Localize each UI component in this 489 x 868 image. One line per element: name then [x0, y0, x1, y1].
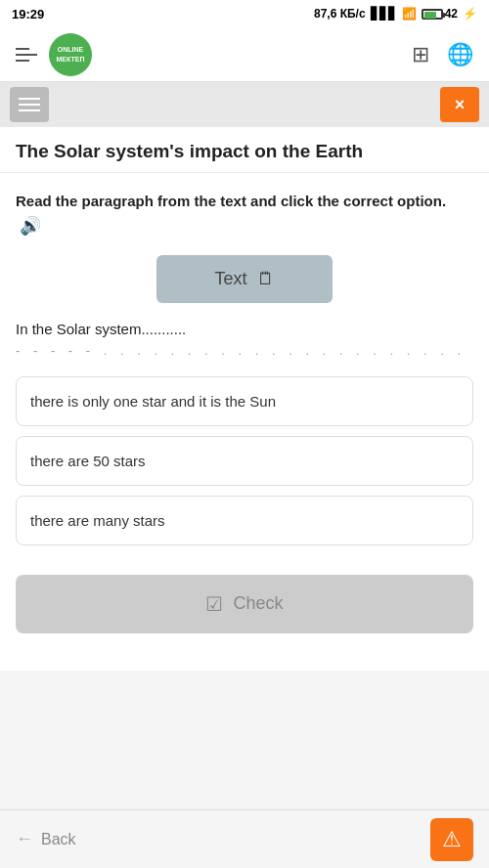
text-button[interactable]: Text 🗒 — [156, 255, 333, 303]
logo[interactable]: ONLINE МЕКТЕП — [49, 33, 92, 76]
document-icon: 🗒 — [257, 269, 275, 289]
check-button-label: Check — [233, 593, 283, 614]
dotted-line: - - - - - . . . . . . . . . . . . . . . … — [16, 343, 473, 357]
back-button-label: Back — [41, 831, 76, 848]
status-bar: 19:29 87,6 КБ/с ▋▋▋ 📶 42 ⚡ — [0, 0, 489, 27]
signal-icon: ▋▋▋ — [371, 7, 397, 21]
battery-indicator: 42 — [422, 7, 458, 21]
status-time: 19:29 — [12, 7, 44, 22]
nav-left: ONLINE МЕКТЕП — [16, 33, 92, 76]
close-button[interactable]: × — [440, 87, 479, 122]
close-icon: × — [455, 95, 466, 115]
battery-percent: 42 — [445, 7, 458, 21]
grid-icon[interactable]: ⊞ — [412, 42, 429, 67]
globe-icon[interactable]: 🌐 — [447, 42, 473, 67]
menu-button[interactable] — [10, 87, 49, 122]
check-button[interactable]: ☑ Check — [16, 575, 473, 633]
battery-box — [422, 9, 443, 20]
wifi-icon: 📶 — [402, 7, 417, 21]
check-button-wrap: ☑ Check — [16, 575, 473, 633]
back-button[interactable]: ← Back — [16, 829, 76, 849]
main-content: Read the paragraph from the text and cli… — [0, 173, 489, 671]
bottom-nav: ← Back ⚠ — [0, 809, 489, 868]
sentence-text: In the Solar system........... — [16, 321, 473, 337]
option-item-2[interactable]: there are 50 stars — [16, 436, 473, 486]
toolbar-strip: × — [0, 82, 489, 127]
back-arrow-icon: ← — [16, 829, 33, 849]
dotted-line-content: - - - - - . . . . . . . . . . . . . . . … — [16, 343, 473, 357]
sound-icon[interactable]: 🔊 — [20, 213, 41, 239]
warning-icon: ⚠ — [442, 827, 462, 852]
top-nav: ONLINE МЕКТЕП ⊞ 🌐 — [0, 27, 489, 82]
option-item-1[interactable]: there is only one star and it is the Sun — [16, 376, 473, 426]
option-item-3[interactable]: there are many stars — [16, 496, 473, 545]
charging-icon: ⚡ — [463, 7, 477, 21]
warning-button[interactable]: ⚠ — [430, 818, 473, 861]
hamburger-menu-icon[interactable] — [16, 48, 37, 62]
text-button-label: Text — [214, 269, 246, 289]
logo-line2: МЕКТЕП — [57, 55, 85, 64]
text-button-wrap: Text 🗒 — [16, 255, 473, 303]
status-network: 87,6 КБ/с — [314, 7, 366, 21]
instruction-text: Read the paragraph from the text and cli… — [16, 191, 473, 239]
status-right: 87,6 КБ/с ▋▋▋ 📶 42 ⚡ — [314, 7, 477, 21]
check-icon: ☑ — [205, 592, 223, 616]
nav-right: ⊞ 🌐 — [412, 42, 473, 67]
logo-line1: ONLINE — [58, 45, 83, 54]
options-list: there is only one star and it is the Sun… — [16, 376, 473, 545]
page-title: The Solar system's impact on the Earth — [0, 127, 489, 173]
